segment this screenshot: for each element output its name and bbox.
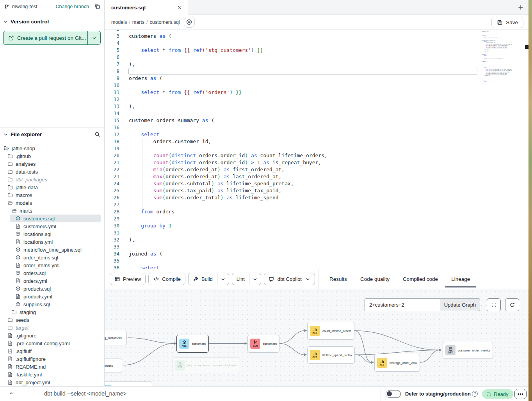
lint-dropdown[interactable] — [249, 273, 261, 285]
code-line[interactable]: 14 — [105, 110, 528, 117]
tab-compiled-code[interactable]: Compiled code — [402, 269, 439, 289]
file-tree-item-seeds[interactable]: seeds — [0, 316, 104, 324]
expand-panel-chevron[interactable] — [9, 391, 14, 396]
defer-toggle[interactable] — [386, 390, 401, 398]
file-tree-item--gitignore[interactable]: .gitignore — [0, 332, 104, 339]
more-options-button[interactable]: ••• — [514, 389, 527, 399]
code-line[interactable]: 33 — [105, 243, 528, 250]
code-line[interactable]: 21 count(distinct orders.order_id) > 1 a… — [105, 159, 528, 166]
file-tree-item-orders-yml[interactable]: orders.yml — [0, 277, 104, 285]
code-line[interactable]: 36 select — [105, 264, 528, 269]
lineage-node-test_node[interactable]: TSTtest_order_items_compute_to_bools... — [172, 357, 240, 373]
compile-button[interactable]: Compile — [148, 273, 185, 285]
code-line[interactable]: 22 min(orders.ordered_at) as first_order… — [105, 166, 528, 173]
create-pr-button[interactable]: Create a pull request on Git... — [3, 31, 101, 45]
file-tree-item-metricflow-time-spine-sql[interactable]: metricflow_time_spine.sql — [0, 246, 104, 254]
file-tree-item-order-items-sql[interactable]: order_items.sql — [0, 254, 104, 261]
file-tree-item-order-items-yml[interactable]: order_items.yml — [0, 261, 104, 269]
lineage-node-average_order_value[interactable]: METaverage_order_value — [374, 354, 420, 372]
code-line[interactable]: 25 sum(orders.tax_paid) as lifetime_tax_… — [105, 187, 528, 194]
explore-lineage-button[interactable] — [184, 17, 195, 28]
file-tree-item-taskfile-yml[interactable]: Taskfile.yml — [0, 371, 104, 378]
file-tree-item-locations-yml[interactable]: locations.yml — [0, 238, 104, 246]
file-tree-item-staging[interactable]: staging — [0, 308, 104, 316]
pr-button-caret[interactable] — [88, 31, 100, 44]
file-tree-item-orders-sql[interactable]: orders.sql — [0, 269, 104, 277]
code-line[interactable]: 34joined as ( — [105, 250, 528, 257]
code-line[interactable]: 3customers as ( — [105, 33, 528, 40]
refresh-button[interactable] — [505, 298, 519, 311]
code-line[interactable]: 17 select — [105, 131, 528, 138]
file-tree-item-products-yml[interactable]: products.yml — [0, 293, 104, 300]
dbt-copilot-button[interactable]: dbt Copilot — [264, 273, 315, 285]
build-dropdown[interactable] — [217, 273, 229, 285]
code-line[interactable]: 13), — [105, 103, 528, 110]
lineage-canvas[interactable]: MDLstg_customersMDLordersMDLMDLcustomers… — [105, 289, 528, 386]
tab-customers-sql[interactable]: customers.sql — [105, 0, 188, 15]
code-line[interactable]: 10 — [105, 82, 528, 89]
breadcrumb-item[interactable]: models — [111, 20, 127, 25]
tab-lineage[interactable]: Lineage — [450, 269, 471, 289]
code-line[interactable]: 18 orders.customer_id, — [105, 138, 528, 145]
code-line[interactable]: 6 — [105, 54, 528, 61]
lineage-node-stg_customers[interactable]: MDLstg_customers — [105, 331, 127, 345]
file-tree-item--github[interactable]: .github — [0, 152, 104, 160]
lineage-node-customers_sem[interactable]: SEMcustomers — [247, 335, 279, 353]
command-input[interactable]: dbt build --select <model_name> — [44, 390, 126, 397]
file-tree-item-products-sql[interactable]: products.sql — [0, 285, 104, 293]
file-tree-item-models[interactable]: models — [0, 199, 104, 207]
code-line[interactable]: 8 — [105, 68, 528, 75]
tab-code-quality[interactable]: Code quality — [359, 269, 390, 289]
lint-button[interactable]: Lint — [232, 273, 261, 285]
tab-results[interactable]: Results — [329, 269, 348, 289]
editor-minimap[interactable]: customers as ( select * from {{ ref('stg… — [482, 30, 512, 82]
file-tree-item-data-tests[interactable]: data-tests — [0, 168, 104, 176]
new-tab-button[interactable] — [518, 4, 524, 11]
fullscreen-button[interactable] — [487, 298, 501, 311]
code-line[interactable]: 35 — [105, 257, 528, 264]
lineage-node-orders[interactable]: MDLorders — [105, 358, 122, 373]
file-tree-item-macros[interactable]: macros — [0, 191, 104, 199]
preview-button[interactable]: Preview — [110, 273, 146, 285]
breadcrumb-item[interactable]: marts — [132, 20, 144, 25]
file-tree-item--sqlfluffignore[interactable]: .sqlfluffignore — [0, 355, 104, 363]
code-line[interactable]: 23 max(orders.ordered_at) as last_ordere… — [105, 173, 528, 180]
code-line[interactable]: 9orders as ( — [105, 75, 528, 82]
code-line[interactable]: 27 — [105, 201, 528, 208]
file-tree-item-dbt-packages[interactable]: dbt_packages — [0, 176, 104, 183]
code-line[interactable]: 29 — [105, 215, 528, 222]
lineage-node-clipped[interactable]: MDL — [105, 381, 152, 386]
code-editor[interactable]: 23customers as (45 select * from {{ ref(… — [105, 30, 528, 269]
file-explorer-header[interactable]: File explorer — [0, 127, 104, 140]
code-line[interactable]: 15customer_orders_summary as ( — [105, 117, 528, 124]
file-tree-item-jaffle-shop[interactable]: jaffle-shop — [0, 144, 104, 152]
file-tree-item-supplies-sql[interactable]: supplies.sql — [0, 300, 104, 308]
save-button[interactable]: Save — [491, 17, 523, 28]
code-line[interactable]: 11 select * from {{ ref('orders') }} — [105, 89, 528, 96]
code-line[interactable]: 30 group by 1 — [105, 222, 528, 229]
code-line[interactable]: 26 sum(orders.order_total) as lifetime_s… — [105, 194, 528, 201]
lineage-node-customer_order_metrics[interactable]: QRYcustomer_order_metrics — [443, 342, 493, 359]
file-tree-item-analyses[interactable]: analyses — [0, 160, 104, 168]
code-line[interactable]: 7), — [105, 61, 528, 68]
code-line[interactable]: 5 select * from {{ ref('stg_customers') … — [105, 47, 528, 54]
lineage-selector-input[interactable] — [365, 298, 440, 311]
version-control-header[interactable]: Version control — [0, 13, 104, 28]
code-line[interactable]: 20 count(distinct orders.order_id) as co… — [105, 152, 528, 159]
lineage-node-count_lifetime_orders[interactable]: METcount_lifetime_orders — [307, 322, 354, 340]
file-tree-item-jaffle-data[interactable]: jaffle-data — [0, 183, 104, 191]
code-line[interactable]: 4 — [105, 40, 528, 47]
breadcrumb-item[interactable]: customers.sql — [150, 20, 180, 25]
file-tree-item-readme-md[interactable]: README.md — [0, 363, 104, 371]
file-tree-item-locations-sql[interactable]: locations.sql — [0, 230, 104, 238]
file-tree-item-target[interactable]: target — [0, 324, 104, 332]
editor-scrollbar[interactable] — [525, 45, 528, 49]
file-tree-item-dbt-project-yml[interactable]: dbt_project.yml — [0, 378, 104, 386]
build-button[interactable]: Build — [188, 273, 229, 285]
file-tree-item-customers-sql[interactable]: customers.sql — [0, 215, 104, 222]
lineage-node-customers_mdl[interactable]: MDLcustomers — [176, 335, 209, 353]
help-icon[interactable]: ? — [472, 391, 478, 397]
search-icon[interactable] — [94, 131, 100, 137]
code-line[interactable]: 31 — [105, 229, 528, 236]
change-branch-link[interactable]: Change branch — [56, 4, 89, 9]
